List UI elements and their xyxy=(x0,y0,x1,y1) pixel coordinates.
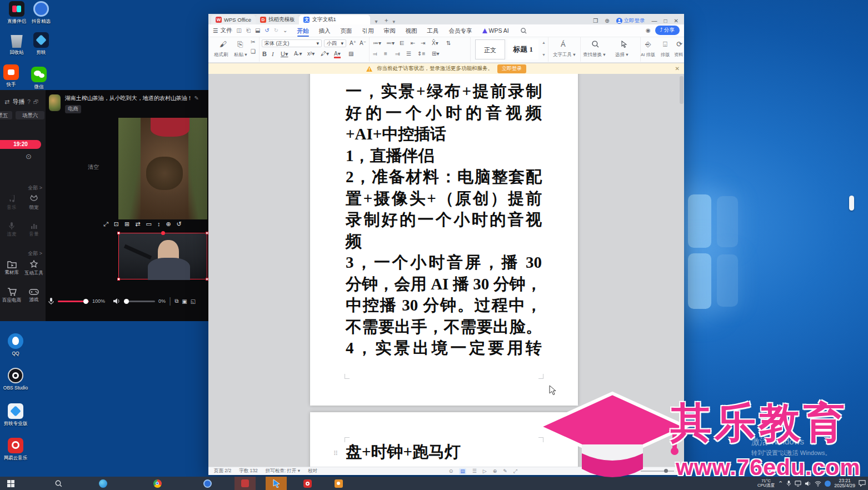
sort-icon[interactable]: ⇅ xyxy=(446,40,451,46)
vertical-scrollbar-thumb[interactable] xyxy=(680,76,684,104)
tab-docer-templates[interactable]: D 找稻壳模板 xyxy=(256,15,300,24)
taskbar-app-orange[interactable] xyxy=(328,477,349,490)
clear-button[interactable]: 清空 xyxy=(88,163,99,171)
borders-icon[interactable]: ⊞▾ xyxy=(432,51,439,57)
superscript-icon[interactable]: x²▾ xyxy=(307,51,315,57)
scene-tab-5[interactable]: 场景五 xyxy=(0,111,12,119)
export-icon[interactable]: ⬓ xyxy=(255,27,260,34)
pip-icon[interactable]: ◱ xyxy=(191,298,196,304)
preview-video-camera[interactable] xyxy=(118,233,207,279)
tab-document[interactable]: 文 文字文稿1 xyxy=(299,15,370,24)
record-target-icon[interactable]: ⊙ xyxy=(26,152,32,161)
desktop-icon-obs[interactable]: OBS Studio xyxy=(1,368,30,391)
speaker-volume-slider[interactable] xyxy=(124,301,155,302)
underline-icon[interactable]: U▾ xyxy=(281,51,288,58)
paste-label[interactable]: 粘贴 ▾ xyxy=(234,52,247,58)
selection-rotate-handle[interactable] xyxy=(161,231,165,235)
maximize-button[interactable]: □ xyxy=(664,18,667,24)
select-label[interactable]: 选择 ▾ xyxy=(615,52,628,58)
menu-tab-page[interactable]: 页面 xyxy=(336,24,357,37)
align-right-icon[interactable]: ⫥ xyxy=(395,51,400,57)
search-icon[interactable] xyxy=(521,28,527,34)
indent-increase-icon[interactable]: ⇥ xyxy=(421,40,425,46)
char-scale-icon[interactable]: X̂▾ xyxy=(432,40,438,46)
tool-interactive[interactable]: 互动工具 xyxy=(23,260,45,277)
format-painter-icon[interactable]: 🖌 xyxy=(220,40,227,48)
paragraph-drag-handle[interactable]: ⠿ xyxy=(333,450,338,457)
outline-icon[interactable]: ⋿ xyxy=(400,40,405,46)
desktop-icon-jianying-pro[interactable]: 剪映专业版 xyxy=(1,403,30,427)
scene-tab-6[interactable]: 场景六 xyxy=(16,111,44,119)
paste-icon[interactable]: ⎘ xyxy=(237,40,243,49)
speaker-icon[interactable] xyxy=(113,298,121,304)
tool-pet[interactable]: 萌宠 xyxy=(23,194,45,211)
text-tools-label[interactable]: 文字工具 ▾ xyxy=(553,52,576,58)
stretch-icon[interactable]: ↕ xyxy=(157,221,161,227)
font-size-select[interactable]: 小四▾ xyxy=(324,39,346,47)
banner-close-icon[interactable]: ✕ xyxy=(675,66,680,72)
format-painter-label[interactable]: 格式刷 xyxy=(214,52,228,58)
director-toggle[interactable]: ⇄ 导播 ? 🗗 xyxy=(4,98,39,106)
more-icon[interactable]: ⌄ xyxy=(283,27,287,34)
fullscreen-view-icon[interactable]: ⤢ xyxy=(513,468,517,474)
style-heading1[interactable]: 标题 1 xyxy=(507,39,538,59)
italic-icon[interactable]: I xyxy=(272,51,274,57)
help-icon[interactable]: ? xyxy=(27,99,31,105)
tab-list-icon[interactable]: ▾ xyxy=(375,18,377,24)
decrease-font-icon[interactable]: A⁻ xyxy=(360,40,366,46)
reading-mode-icon[interactable]: ◉ xyxy=(646,27,651,33)
ai-layout-label[interactable]: AI 排版 xyxy=(641,52,655,58)
notification-icon[interactable] xyxy=(859,480,866,487)
tool-ecommerce[interactable]: 百应电商 xyxy=(1,288,23,304)
view-eye-icon[interactable]: ⊙ xyxy=(449,468,453,474)
styles-up-icon[interactable]: ▲ xyxy=(542,41,546,44)
popout-icon[interactable]: 🗗 xyxy=(33,99,39,105)
taskbar-app-red-active[interactable] xyxy=(235,477,256,490)
view-read-icon[interactable]: ▷ xyxy=(483,468,487,474)
mic-volume-slider[interactable] xyxy=(58,301,89,302)
desktop-icon-qq[interactable]: QQ xyxy=(1,333,30,356)
taskbar-app-blue[interactable] xyxy=(197,477,218,490)
menu-tab-tools[interactable]: 工具 xyxy=(422,24,444,37)
minimize-button[interactable]: — xyxy=(652,18,657,24)
tool-mic-link[interactable]: 连麦 xyxy=(1,221,23,238)
select-icon[interactable] xyxy=(621,41,627,48)
banner-login-button[interactable]: 立即登录 xyxy=(497,64,526,73)
desktop-icon-jianying[interactable]: 剪映 xyxy=(27,32,56,56)
desktop-icon-wechat[interactable]: 微信 xyxy=(24,67,53,91)
taskbar-app-edge[interactable] xyxy=(92,477,113,490)
cut-icon[interactable]: ✂ xyxy=(251,39,255,45)
align-center-icon[interactable]: ≡ xyxy=(384,51,387,57)
resource-icon[interactable]: ⟳ xyxy=(676,40,682,48)
edge-slider-handle[interactable] xyxy=(849,196,854,211)
status-wordcount[interactable]: 字数 132 xyxy=(239,468,258,474)
bullets-icon[interactable]: ≔▾ xyxy=(373,40,381,46)
text-tools-icon[interactable]: Á xyxy=(561,40,566,48)
tray-display-icon[interactable] xyxy=(795,481,801,487)
taskbar-app-chrome[interactable] xyxy=(147,477,168,490)
fit-icon[interactable]: ⊡ xyxy=(114,221,119,228)
flip-icon[interactable]: ⇄ xyxy=(135,221,140,228)
start-button[interactable] xyxy=(0,477,21,490)
tool-audio-level[interactable]: 音量 xyxy=(23,221,45,238)
increase-font-icon[interactable]: A⁺ xyxy=(350,40,356,46)
save-icon[interactable]: ◫ xyxy=(236,27,241,34)
line-spacing-icon[interactable]: ⇕≡ xyxy=(417,51,425,57)
view-page-icon[interactable]: ▤ xyxy=(459,468,466,474)
desktop-icon-netease-music[interactable]: 网易云音乐 xyxy=(1,438,30,462)
resource-label[interactable]: 资料 xyxy=(674,52,683,58)
find-replace-icon[interactable] xyxy=(592,41,599,48)
view-outline-icon[interactable]: ☰ xyxy=(472,468,477,474)
font-color-icon[interactable]: A▾ xyxy=(334,51,341,58)
fullscreen-icon[interactable]: ⤢ xyxy=(103,221,108,228)
new-tab-icon[interactable]: ＋ xyxy=(383,16,389,24)
indent-decrease-icon[interactable]: ⇤ xyxy=(411,40,415,46)
typeset-label[interactable]: 排版 xyxy=(661,52,670,58)
menu-tab-insert[interactable]: 插入 xyxy=(314,24,336,37)
rotate-icon[interactable]: ↺ xyxy=(177,221,182,228)
status-spellcheck[interactable]: 拼写检查: 打开 ▾ xyxy=(266,468,300,474)
highlight-icon[interactable]: 🖍▾ xyxy=(321,51,329,57)
section-all-2[interactable]: 全部 > xyxy=(0,250,42,257)
snapshot-icon[interactable]: ⧉ xyxy=(174,298,178,304)
close-button[interactable]: ✕ xyxy=(674,18,679,24)
